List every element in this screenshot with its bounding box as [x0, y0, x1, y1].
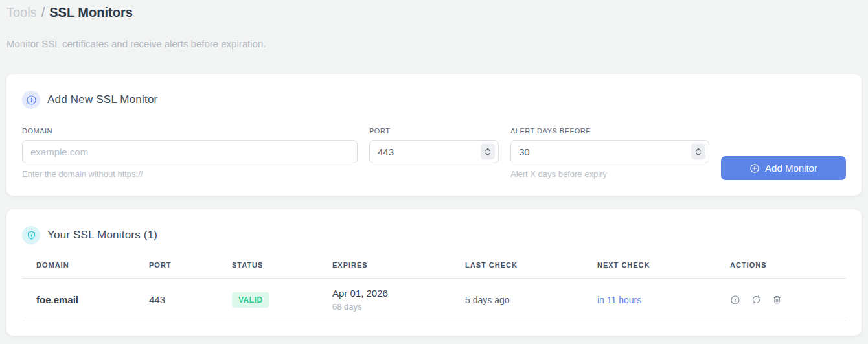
port-stepper[interactable]	[481, 144, 495, 160]
table-header-row: DOMAIN PORT STATUS EXPIRES LAST CHECK NE…	[22, 261, 846, 279]
page-title: SSL Monitors	[49, 5, 133, 19]
monitor-expires-cell: Apr 01, 2026 68 days	[318, 279, 451, 321]
breadcrumb: Tools/SSL Monitors	[6, 4, 862, 21]
monitor-status-cell: VALID	[218, 279, 318, 321]
alert-days-field-group: ALERT DAYS BEFORE Alert X days before ex…	[510, 127, 709, 179]
alert-days-input[interactable]	[510, 140, 709, 163]
alert-days-number-field	[510, 140, 709, 163]
domain-field-group: DOMAIN Enter the domain without https://	[22, 127, 358, 179]
breadcrumb-tools-link[interactable]: Tools	[6, 5, 37, 19]
domain-input[interactable]	[22, 140, 358, 163]
column-header-port: PORT	[135, 261, 218, 279]
trash-icon	[772, 295, 782, 304]
domain-helper-text: Enter the domain without https://	[22, 169, 358, 179]
add-monitor-button[interactable]: Add Monitor	[721, 156, 846, 180]
alert-days-stepper[interactable]	[691, 144, 705, 160]
add-card-title: Add New SSL Monitor	[47, 93, 157, 106]
alert-days-label: ALERT DAYS BEFORE	[510, 127, 709, 135]
monitors-card-header: Your SSL Monitors (1)	[22, 226, 846, 244]
circle-plus-icon	[749, 163, 760, 174]
refresh-button[interactable]	[751, 295, 761, 304]
chevrons-up-down-icon	[695, 147, 702, 156]
column-header-last-check: LAST CHECK	[451, 261, 583, 279]
monitor-next-check: in 11 hours	[583, 279, 716, 321]
page-subtitle: Monitor SSL certificates and receive ale…	[6, 38, 862, 49]
alert-days-helper-text: Alert X days before expiry	[510, 169, 709, 179]
refresh-icon	[751, 295, 761, 304]
shield-lock-icon	[22, 226, 40, 244]
port-label: PORT	[369, 127, 499, 135]
expires-date: Apr 01, 2026	[332, 288, 451, 299]
column-header-next-check: NEXT CHECK	[583, 261, 716, 279]
monitors-card-title: Your SSL Monitors (1)	[47, 229, 157, 242]
add-monitor-button-label: Add Monitor	[765, 163, 817, 174]
add-monitor-card: Add New SSL Monitor DOMAIN Enter the dom…	[6, 74, 862, 196]
ssl-monitors-page: Tools/SSL Monitors Monitor SSL certifica…	[0, 0, 868, 336]
port-number-field	[369, 140, 499, 163]
monitor-actions-cell	[716, 279, 846, 321]
delete-button[interactable]	[772, 295, 782, 304]
breadcrumb-separator: /	[41, 5, 45, 19]
circle-plus-icon	[22, 91, 40, 109]
column-header-domain: DOMAIN	[22, 261, 135, 279]
monitor-port: 443	[135, 279, 218, 321]
monitors-list-card: Your SSL Monitors (1) DOMAIN PORT STATUS…	[6, 209, 862, 336]
monitor-domain: foe.email	[22, 279, 135, 321]
port-field-group: PORT	[369, 127, 499, 163]
column-header-expires: EXPIRES	[318, 261, 451, 279]
column-header-actions: ACTIONS	[716, 261, 846, 279]
monitor-last-check: 5 days ago	[451, 279, 583, 321]
domain-label: DOMAIN	[22, 127, 358, 135]
status-badge: VALID	[232, 292, 269, 308]
chevrons-up-down-icon	[485, 147, 491, 156]
add-card-header: Add New SSL Monitor	[22, 91, 846, 109]
add-monitor-form: DOMAIN Enter the domain without https://…	[22, 127, 846, 180]
table-row: foe.email 443 VALID Apr 01, 2026 68 days…	[22, 279, 846, 321]
expires-days-remaining: 68 days	[332, 302, 451, 312]
info-button[interactable]	[730, 295, 740, 305]
column-header-status: STATUS	[218, 261, 318, 279]
monitors-table: DOMAIN PORT STATUS EXPIRES LAST CHECK NE…	[22, 261, 846, 321]
port-input[interactable]	[369, 140, 499, 163]
row-actions	[730, 295, 846, 305]
info-circle-icon	[730, 295, 740, 305]
